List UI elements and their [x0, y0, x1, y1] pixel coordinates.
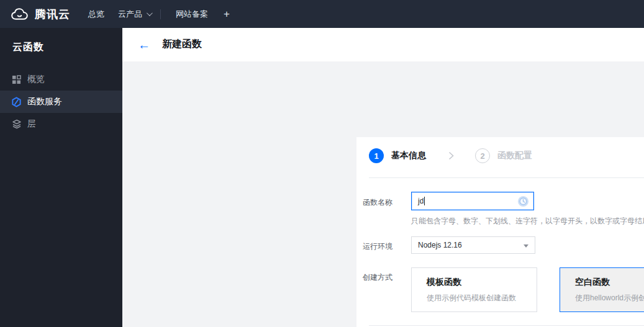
back-button[interactable]: ←	[135, 37, 153, 53]
nav-item-icp-filing[interactable]: 网站备案	[176, 0, 208, 28]
sidebar-item-layers[interactable]: 层	[0, 113, 122, 135]
nav-divider	[160, 9, 161, 19]
sidebar-item-label: 层	[27, 119, 36, 130]
method-card-title: 空白函数	[575, 277, 610, 288]
page-title: 新建函数	[162, 38, 202, 51]
layers-icon	[11, 119, 22, 130]
step-2-circle: 2	[475, 148, 490, 163]
sidebar-title: 云函数	[0, 28, 122, 54]
method-card-desc: 使用helloworld示例创建空白函数	[575, 293, 644, 303]
step-1-circle: 1	[369, 148, 384, 163]
step-separator-icon	[448, 151, 454, 160]
method-card-blank-function[interactable]: 空白函数 使用helloworld示例创建空白函数	[560, 267, 644, 312]
function-name-value: jd	[418, 197, 424, 205]
nav-item-cloud-products[interactable]: 云产品	[118, 0, 151, 28]
nav-item-label: 云产品	[118, 9, 142, 20]
runtime-label: 运行环境	[363, 241, 392, 252]
sidebar-item-label: 函数服务	[27, 96, 62, 107]
runtime-select[interactable]: Nodejs 12.16	[411, 236, 535, 254]
method-card-title: 模板函数	[427, 277, 461, 288]
page-header: ← 新建函数	[122, 28, 644, 61]
app-window: 腾讯云 总览 云产品 网站备案 + 云函数	[0, 0, 644, 327]
new-function-panel: 1 基本信息 2 函数配置 函数名称 jd	[356, 137, 644, 327]
nav-item-label: 总览	[88, 9, 104, 20]
grid-icon	[11, 74, 22, 85]
nav-item-overview[interactable]: 总览	[88, 0, 104, 28]
dropdown-caret-icon	[524, 244, 528, 248]
sidebar-item-label: 概览	[27, 74, 45, 85]
runtime-value: Nodejs 12.16	[418, 241, 462, 249]
sidebar-menu: 概览 函数服务 层	[0, 68, 122, 135]
method-card-desc: 使用示例代码模板创建函数	[427, 293, 516, 303]
step-1-label: 基本信息	[391, 150, 426, 161]
scf-function-icon	[11, 97, 22, 107]
top-navbar: 腾讯云 总览 云产品 网站备案 +	[0, 0, 644, 28]
tencent-cloud-logo[interactable]: 腾讯云	[10, 0, 70, 28]
section-divider	[369, 325, 644, 326]
sidebar: 云函数 概览	[0, 28, 122, 327]
function-name-label: 函数名称	[363, 197, 392, 208]
creation-method-label: 创建方式	[363, 272, 392, 283]
section-divider	[369, 177, 644, 178]
clock-icon[interactable]	[517, 195, 529, 207]
step-indicator: 1 基本信息 2 函数配置	[369, 148, 532, 163]
step-2-label: 函数配置	[497, 150, 532, 161]
text-cursor	[424, 197, 425, 205]
sidebar-item-function-service[interactable]: 函数服务	[0, 91, 122, 113]
sidebar-item-overview[interactable]: 概览	[0, 68, 122, 91]
nav-item-label: 网站备案	[176, 9, 208, 20]
brand-text: 腾讯云	[35, 7, 70, 22]
content-area: 1 基本信息 2 函数配置 函数名称 jd	[122, 61, 644, 327]
cloud-logo-icon	[10, 7, 29, 21]
add-tab-button[interactable]: +	[224, 0, 230, 28]
function-name-input[interactable]: jd	[411, 192, 534, 210]
chevron-down-icon	[147, 10, 153, 16]
method-card-template-function[interactable]: 模板函数 使用示例代码模板创建函数	[411, 267, 537, 312]
function-name-hint: 只能包含字母、数字、下划线、连字符，以字母开头，以数字或字母结尾，2~60个字符	[411, 216, 644, 226]
